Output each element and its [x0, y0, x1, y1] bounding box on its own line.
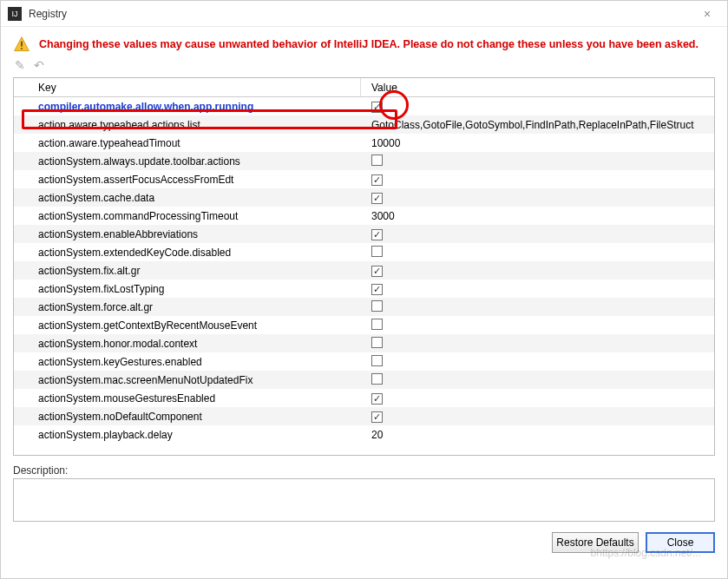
row-key: actionSystem.keyGestures.enabled [14, 356, 361, 368]
checkbox[interactable] [371, 337, 383, 348]
checkbox[interactable] [371, 193, 383, 204]
row-key: actionSystem.commandProcessingTimeout [14, 210, 361, 222]
checkbox[interactable] [371, 155, 383, 166]
table-row[interactable]: actionSystem.assertFocusAccessFromEdt [14, 170, 714, 188]
row-key: actionSystem.playback.delay [14, 429, 361, 441]
checkbox[interactable] [371, 246, 383, 257]
header-value[interactable]: Value [361, 78, 714, 96]
svg-rect-1 [21, 42, 23, 47]
table-row[interactable]: actionSystem.force.alt.gr [14, 298, 714, 316]
row-value[interactable] [361, 101, 714, 113]
row-value[interactable] [361, 228, 714, 240]
row-key: actionSystem.always.update.toolbar.actio… [14, 155, 361, 168]
svg-rect-2 [21, 48, 23, 49]
checkbox[interactable] [371, 174, 383, 186]
registry-table: Key Value compiler.automake.allow.when.a… [13, 77, 715, 456]
row-key: actionSystem.getContextByRecentMouseEven… [14, 319, 361, 332]
row-key: actionSystem.mouseGesturesEnabled [14, 392, 361, 405]
table-row[interactable]: action.aware.typeaheadTimout10000 [14, 134, 714, 152]
row-key: actionSystem.noDefaultComponent [14, 411, 361, 423]
checkbox[interactable] [371, 319, 383, 330]
header-key[interactable]: Key [14, 78, 361, 96]
table-row[interactable]: actionSystem.fixLostTyping [14, 280, 714, 298]
close-icon[interactable]: × [694, 7, 720, 21]
table-row[interactable]: action.aware.typeahead.actions.listGotoC… [14, 115, 714, 134]
tool-row: ✎ ↶ [1, 56, 727, 76]
row-key: actionSystem.honor.modal.context [14, 338, 361, 350]
table-row[interactable]: actionSystem.mouseGesturesEnabled [14, 389, 714, 407]
row-value[interactable] [361, 319, 714, 332]
row-key: actionSystem.force.alt.gr [14, 301, 361, 313]
row-key: actionSystem.mac.screenMenuNotUpdatedFix [14, 374, 361, 386]
table-row[interactable]: actionSystem.getContextByRecentMouseEven… [14, 316, 714, 334]
row-value[interactable] [361, 283, 714, 295]
table-row[interactable]: actionSystem.extendedKeyCode.disabled [14, 243, 714, 261]
description-label: Description: [13, 464, 715, 477]
row-value[interactable]: 10000 [361, 137, 714, 149]
row-key: compiler.automake.allow.when.app.running [14, 101, 361, 113]
titlebar: IJ Registry × [1, 1, 727, 27]
row-value[interactable] [361, 155, 714, 168]
checkbox[interactable] [371, 373, 383, 385]
row-value[interactable]: 3000 [361, 210, 714, 222]
table-row[interactable]: compiler.automake.allow.when.app.running [14, 97, 714, 115]
checkbox[interactable] [371, 355, 383, 366]
row-value[interactable] [361, 337, 714, 351]
warning-bar: Changing these values may cause unwanted… [1, 27, 727, 56]
table-row[interactable]: actionSystem.keyGestures.enabled [14, 352, 714, 371]
restore-defaults-button[interactable]: Restore Defaults [552, 532, 639, 553]
table-row[interactable]: actionSystem.honor.modal.context [14, 334, 714, 352]
table-row[interactable]: actionSystem.commandProcessingTimeout300… [14, 207, 714, 225]
row-value[interactable]: GotoClass,GotoFile,GotoSymbol,FindInPath… [361, 119, 714, 131]
row-value[interactable] [361, 355, 714, 369]
row-value[interactable]: 20 [361, 429, 714, 441]
button-row: Restore Defaults Close [1, 522, 727, 563]
description-box[interactable] [13, 478, 715, 522]
table-row[interactable]: actionSystem.mac.screenMenuNotUpdatedFix [14, 371, 714, 389]
row-value[interactable] [361, 265, 714, 277]
row-value[interactable] [361, 392, 714, 405]
row-value[interactable] [361, 174, 714, 186]
checkbox[interactable] [371, 300, 383, 312]
row-key: actionSystem.assertFocusAccessFromEdt [14, 174, 361, 186]
row-value[interactable] [361, 300, 714, 314]
table-row[interactable]: actionSystem.always.update.toolbar.actio… [14, 152, 714, 170]
table-body: compiler.automake.allow.when.app.running… [14, 97, 714, 444]
app-icon: IJ [8, 7, 22, 21]
close-button[interactable]: Close [646, 532, 715, 553]
warning-icon [13, 36, 30, 53]
revert-icon[interactable]: ↶ [34, 58, 44, 72]
table-row[interactable]: actionSystem.cache.data [14, 188, 714, 207]
checkbox[interactable] [371, 393, 383, 405]
row-key: actionSystem.extendedKeyCode.disabled [14, 247, 361, 259]
checkbox[interactable] [371, 284, 383, 295]
row-key: action.aware.typeahead.actions.list [14, 119, 361, 131]
edit-icon[interactable]: ✎ [15, 58, 25, 72]
row-key: actionSystem.fixLostTyping [14, 283, 361, 295]
checkbox[interactable] [371, 102, 383, 113]
row-key: actionSystem.fix.alt.gr [14, 265, 361, 277]
checkbox[interactable] [371, 266, 383, 277]
row-value[interactable] [361, 246, 714, 260]
table-row[interactable]: actionSystem.playback.delay20 [14, 425, 714, 444]
row-value[interactable] [361, 192, 714, 204]
table-row[interactable]: actionSystem.fix.alt.gr [14, 261, 714, 280]
row-value[interactable] [361, 411, 714, 423]
table-row[interactable]: actionSystem.noDefaultComponent [14, 407, 714, 425]
row-key: actionSystem.enableAbbreviations [14, 228, 361, 240]
table-header: Key Value [14, 78, 714, 97]
window-title: Registry [29, 8, 694, 20]
row-value[interactable] [361, 373, 714, 387]
table-row[interactable]: actionSystem.enableAbbreviations [14, 225, 714, 243]
checkbox[interactable] [371, 229, 383, 240]
row-key: actionSystem.cache.data [14, 192, 361, 204]
warning-text: Changing these values may cause unwanted… [39, 38, 698, 50]
row-key: action.aware.typeaheadTimout [14, 137, 361, 149]
checkbox[interactable] [371, 411, 383, 423]
